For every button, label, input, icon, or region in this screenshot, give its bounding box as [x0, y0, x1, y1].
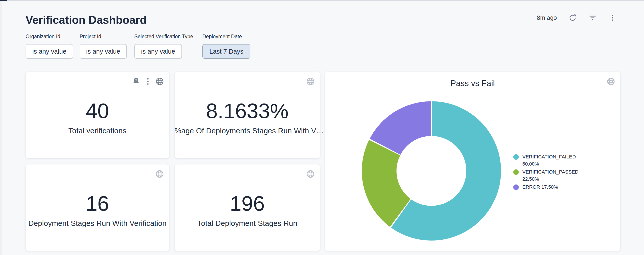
filter-label: Selected Verification Type — [134, 33, 193, 40]
legend-item[interactable]: VERIFICATION_PASSED 22.50% — [513, 168, 589, 183]
filter-value-chip[interactable]: Last 7 Days — [202, 44, 250, 59]
legend-label: VERIFICATION_PASSED 22.50% — [522, 168, 589, 183]
filter-organization-id: Organization Id is any value — [26, 33, 73, 59]
legend-swatch — [513, 154, 519, 160]
legend-item[interactable]: VERIFICATION_FAILED 60.00% — [513, 153, 589, 168]
globe-icon[interactable] — [306, 77, 315, 86]
top-scroll-track — [0, 0, 644, 1]
donut-chart — [362, 101, 501, 240]
legend-swatch — [513, 169, 519, 175]
filter-value-chip[interactable]: is any value — [134, 44, 182, 59]
legend-swatch — [513, 184, 519, 190]
left-edge-strip — [0, 1, 2, 255]
dashboard-filters-icon[interactable] — [588, 14, 597, 22]
tile-label: Total Deployment Stages Run — [174, 219, 320, 228]
tile-total-stages-run: 196 Total Deployment Stages Run — [174, 164, 320, 251]
tile-value: 16 — [26, 191, 169, 216]
tile-label: Total verifications — [26, 126, 169, 135]
tile-value: 40 — [26, 98, 169, 124]
tile-more-menu-icon[interactable] — [143, 77, 152, 86]
alert-bell-icon[interactable] — [132, 77, 141, 86]
filter-label: Project Id — [80, 33, 127, 40]
tile-total-verifications: 40 Total verifications — [26, 72, 169, 158]
chart-title: Pass vs Fail — [325, 79, 620, 88]
legend-label: VERIFICATION_FAILED 60.00% — [522, 153, 589, 168]
tile-value: 8.1633% — [174, 98, 320, 124]
globe-icon[interactable] — [155, 169, 164, 179]
tile-pass-vs-fail-chart: Pass vs Fail VERIFICATION_FAILED 60.00%V… — [325, 72, 620, 251]
tile-pct-stages-with-verification: 8.1633% %age Of Deployments Stages Run W… — [174, 72, 320, 158]
tile-stages-run-with-verification: 16 Deployment Stages Run With Verificati… — [26, 164, 169, 251]
filter-project-id: Project Id is any value — [80, 33, 127, 59]
legend-label: ERROR 17.50% — [522, 184, 558, 191]
filter-label: Organization Id — [26, 33, 73, 40]
tile-value: 196 — [174, 191, 320, 216]
tile-label: %age Of Deployments Stages Run With V… — [174, 126, 320, 135]
dashboard-more-menu-icon[interactable] — [608, 14, 617, 22]
filter-value-chip[interactable]: is any value — [26, 44, 73, 59]
globe-icon[interactable] — [155, 77, 164, 86]
legend-item[interactable]: ERROR 17.50% — [513, 184, 589, 191]
filter-selected-verification-type: Selected Verification Type is any value — [134, 33, 193, 59]
tile-label: Deployment Stages Run With Verification — [26, 219, 169, 228]
filter-deployment-date: Deployment Date Last 7 Days — [202, 33, 250, 59]
last-refreshed-timestamp: 8m ago — [537, 15, 557, 21]
filter-label: Deployment Date — [202, 33, 250, 40]
chart-legend: VERIFICATION_FAILED 60.00%VERIFICATION_P… — [513, 153, 589, 192]
filter-value-chip[interactable]: is any value — [80, 44, 127, 59]
page-title: Verification Dashboard — [26, 14, 147, 26]
refresh-icon[interactable] — [568, 14, 577, 22]
globe-icon[interactable] — [306, 169, 315, 179]
header-actions: 8m ago — [537, 13, 617, 23]
